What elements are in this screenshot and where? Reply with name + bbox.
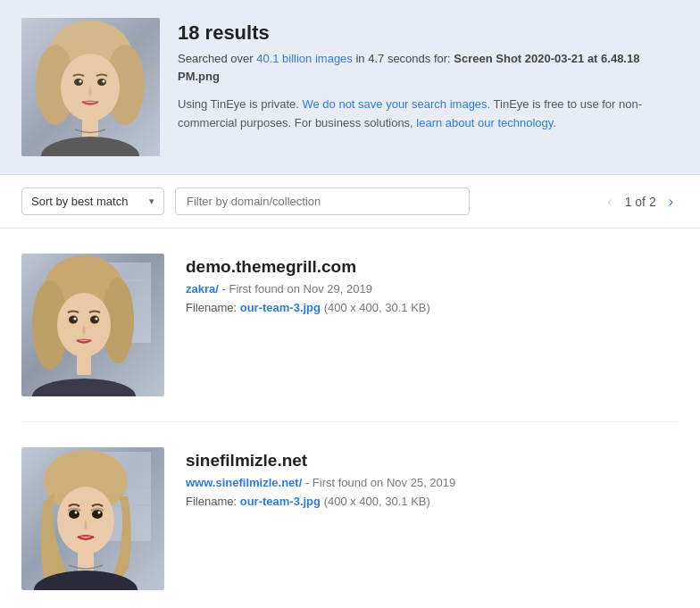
- result-image-1: [21, 254, 164, 396]
- sort-label: Sort by best match: [31, 195, 128, 208]
- result-filename-1: Filename: our-team-3.jpg (400 x 400, 30.…: [186, 301, 679, 314]
- result-domain-2: sinefilmizle.net: [186, 451, 679, 471]
- svg-rect-37: [78, 552, 94, 573]
- results-section: demo.themegrill.com zakra/ - First found…: [0, 229, 700, 608]
- result-path-link-2[interactable]: www.sinefilmizle.net/: [186, 476, 302, 489]
- search-meta: Searched over 40.1 billion images in 4.7…: [178, 50, 679, 85]
- result-first-found-1: - First found on Nov 29, 2019: [222, 282, 372, 296]
- result-file-meta-1: (400 x 400, 30.1 KB): [324, 301, 430, 314]
- svg-point-36: [98, 512, 101, 514]
- next-page-button[interactable]: ›: [663, 192, 679, 212]
- result-path-1: zakra/ - First found on Nov 29, 2019: [186, 282, 679, 296]
- filter-input[interactable]: [175, 187, 470, 215]
- result-file-meta-2: (400 x 400, 30.1 KB): [324, 495, 430, 508]
- controls-bar: Sort by best match ▾ ‹ 1 of 2 ›: [0, 175, 700, 229]
- controls-left: Sort by best match ▾: [21, 187, 470, 215]
- query-image: [21, 18, 160, 156]
- result-first-found-2: - First found on Nov 25, 2019: [305, 476, 455, 489]
- billion-images-link[interactable]: 40.1 billion images: [256, 52, 353, 65]
- chevron-down-icon: ▾: [149, 196, 154, 207]
- result-details-1: demo.themegrill.com zakra/ - First found…: [186, 254, 679, 314]
- svg-rect-24: [77, 355, 91, 375]
- svg-point-8: [103, 80, 105, 83]
- sort-dropdown[interactable]: Sort by best match ▾: [21, 187, 164, 215]
- result-domain-1: demo.themegrill.com: [186, 257, 679, 277]
- result-filename-2: Filename: our-team-3.jpg (400 x 400, 30.…: [186, 495, 679, 508]
- learn-technology-link[interactable]: learn about our technology: [416, 116, 553, 129]
- result-path-2: www.sinefilmizle.net/ - First found on N…: [186, 476, 679, 489]
- result-details-2: sinefilmizle.net www.sinefilmizle.net/ -…: [186, 447, 679, 508]
- svg-point-33: [69, 510, 79, 519]
- result-file-link-2[interactable]: our-team-3.jpg: [240, 495, 321, 508]
- svg-point-22: [74, 318, 77, 321]
- svg-point-21: [90, 316, 99, 324]
- svg-point-7: [79, 80, 82, 83]
- result-path-link-1[interactable]: zakra/: [186, 282, 219, 296]
- svg-point-5: [74, 79, 83, 86]
- header-text: 18 results Searched over 40.1 billion im…: [178, 18, 679, 133]
- svg-point-20: [69, 316, 78, 324]
- result-item-2: sinefilmizle.net www.sinefilmizle.net/ -…: [21, 422, 679, 608]
- result-item-1: demo.themegrill.com zakra/ - First found…: [21, 229, 679, 422]
- svg-point-34: [92, 510, 103, 519]
- svg-point-23: [96, 318, 98, 321]
- svg-point-6: [97, 79, 106, 86]
- result-image-2: [21, 447, 164, 590]
- no-save-link[interactable]: We do not save your search images.: [302, 97, 490, 111]
- results-title: 18 results: [178, 21, 679, 45]
- svg-point-35: [75, 512, 78, 514]
- prev-page-button[interactable]: ‹: [602, 192, 617, 212]
- privacy-notice: Using TinEye is private. We do not save …: [178, 96, 679, 133]
- result-file-link-1[interactable]: our-team-3.jpg: [240, 301, 321, 314]
- page-indicator: 1 of 2: [625, 195, 656, 209]
- header-section: 18 results Searched over 40.1 billion im…: [0, 0, 700, 175]
- pagination: ‹ 1 of 2 ›: [602, 192, 679, 212]
